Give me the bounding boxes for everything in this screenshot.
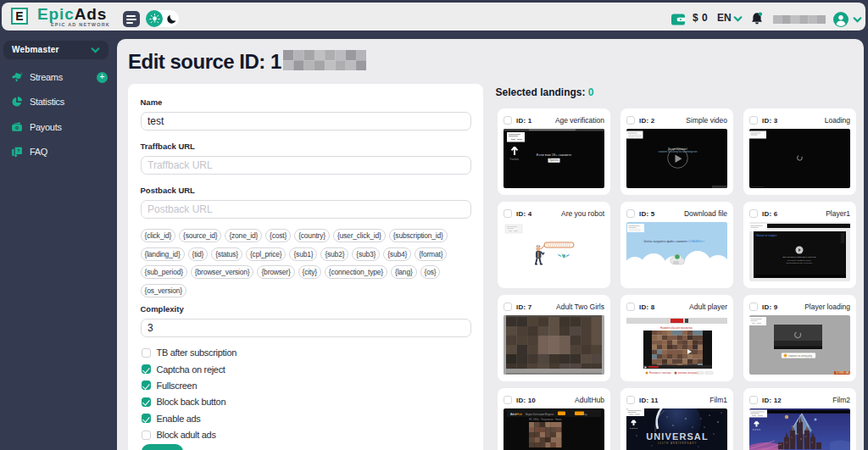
svg-text:100TH ANNIVERSARY: 100TH ANNIVERSARY — [658, 442, 698, 445]
svg-text:ᴧᴧᴧᴧᴧᴧᴧᴧᴧᴧᴧᴧ: ᴧᴧᴧᴧᴧᴧᴧᴧᴧᴧᴧᴧ — [751, 186, 765, 188]
svg-text:нажмите на кнопку воспроизведе: нажмите на кнопку воспроизведения — [659, 151, 698, 153]
svg-text:Видео Категории Модели: Видео Категории Модели — [526, 413, 554, 416]
svg-text:реклама (заглушка): реклама (заглушка) — [678, 371, 698, 375]
svg-text:UNIVERSAL: UNIVERSAL — [646, 431, 708, 442]
svg-text:Доступ ограничен!: Доступ ограничен! — [668, 147, 687, 151]
svg-text:Чтобы загрузить файл, нажмите: Чтобы загрузить файл, нажмите — [644, 240, 687, 243]
svg-text:Фильм не найден: Фильм не найден — [756, 234, 777, 237]
svg-text:HD 1080p · Популярное · Новое: HD 1080p · Популярное · Новое — [529, 418, 562, 421]
svg-text:AdultHub: AdultHub — [510, 413, 522, 416]
svg-text:Нажмите play для просмотра: Нажмите play для просмотра — [660, 326, 693, 330]
svg-text:нажмите на кнопку play: нажмите на кнопку play — [788, 354, 813, 358]
svg-text:Принять: Принять — [549, 158, 559, 162]
svg-text:>>СКАЧАТЬ<<: >>СКАЧАТЬ<< — [686, 240, 705, 243]
svg-text:Если вам 18+ нажмите: Если вам 18+ нажмите — [537, 153, 571, 157]
svg-text:Вход: Вход — [581, 413, 587, 416]
svg-text:воспроизведения на экране: воспроизведения на экране — [787, 262, 814, 264]
svg-text:DOWNLOAD: DOWNLOAD — [836, 371, 849, 375]
svg-text:Translate: Translate — [509, 158, 520, 161]
svg-text:Реклама от спонсора: Реклама от спонсора — [649, 371, 671, 375]
